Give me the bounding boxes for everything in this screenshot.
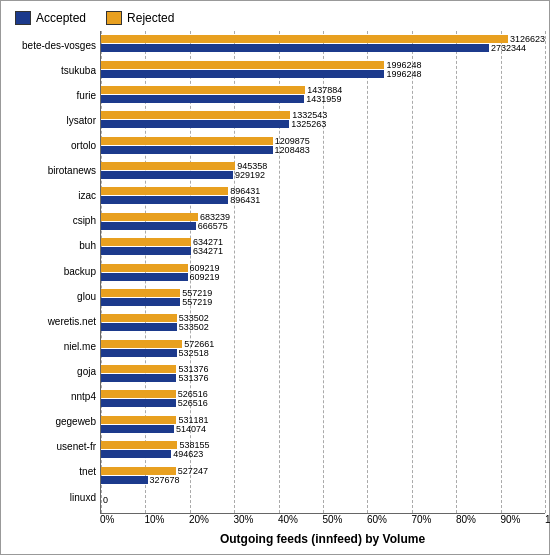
rejected-bar [101,416,176,424]
accepted-value: 532518 [179,348,209,358]
accepted-value: 514074 [176,424,206,434]
rejected-bar-wrap: 945358 [101,162,545,171]
accepted-bar [101,323,177,331]
accepted-bar [101,196,228,204]
rejected-bar [101,187,228,195]
rejected-bar-wrap: 557219 [101,288,545,297]
bar-row: 531376531376 [101,361,545,386]
y-axis-label: buh [5,234,96,259]
rejected-bar-wrap: 531376 [101,365,545,374]
accepted-bar-wrap: 0 [101,496,545,505]
accepted-bar-wrap: 1208483 [101,145,545,154]
accepted-bar [101,222,196,230]
y-axis-label: izac [5,184,96,209]
accepted-bar [101,171,233,179]
rejected-value: 527247 [178,466,208,476]
accepted-bar-wrap: 526516 [101,399,545,408]
accepted-bar [101,425,174,433]
accepted-bar [101,44,489,52]
grid-line [545,31,546,513]
accepted-bar [101,273,188,281]
bar-row: 557219557219 [101,285,545,310]
accepted-bar-wrap: 1996248 [101,69,545,78]
rejected-bar [101,213,198,221]
accepted-bar [101,146,273,154]
bar-pair: 527247327678 [101,466,545,484]
accepted-bar-wrap: 929192 [101,171,545,180]
bar-row: 14378841431959 [101,82,545,107]
accepted-bar-wrap: 557219 [101,297,545,306]
rejected-bar-wrap: 1209875 [101,136,545,145]
accepted-bar [101,247,191,255]
bar-pair: 14378841431959 [101,85,545,103]
legend-accepted-box [15,11,31,25]
bar-row: 945358929192 [101,158,545,183]
y-axis-label: birotanews [5,159,96,184]
accepted-value: 1325263 [291,119,326,129]
bar-pair: 19962481996248 [101,60,545,78]
bar-row: 896431896431 [101,183,545,208]
accepted-bar [101,298,180,306]
rejected-bar [101,289,180,297]
rejected-bar-wrap: 531181 [101,415,545,424]
bar-pair: 896431896431 [101,187,545,205]
accepted-bar [101,70,384,78]
y-axis-label: linuxd [5,485,96,510]
accepted-bar-wrap: 531376 [101,374,545,383]
rejected-bar [101,365,176,373]
rejected-bar [101,264,188,272]
accepted-bar [101,476,148,484]
bar-row: 683239666575 [101,209,545,234]
legend-rejected-box [106,11,122,25]
rejected-bar-wrap: 896431 [101,187,545,196]
y-axis-label: glou [5,284,96,309]
y-axis-label: ortolo [5,133,96,158]
y-axis-label: nntp4 [5,385,96,410]
rejected-bar [101,314,177,322]
chart-container: Accepted Rejected bete-des-vosgestsukuba… [0,0,550,555]
legend-rejected-label: Rejected [127,11,174,25]
y-axis-label: weretis.net [5,309,96,334]
bar-pair: 945358929192 [101,162,545,180]
accepted-bar-wrap: 327678 [101,475,545,484]
accepted-bar-wrap: 494623 [101,450,545,459]
accepted-bar-wrap: 1431959 [101,94,545,103]
accepted-value: 1996248 [386,69,421,79]
rejected-bar-wrap: 683239 [101,212,545,221]
y-axis-label: backup [5,259,96,284]
bar-pair: 13325431325263 [101,111,545,129]
accepted-value: 0 [103,495,108,505]
legend-accepted: Accepted [15,11,86,25]
y-axis-label: tsukuba [5,58,96,83]
y-axis-label: tnet [5,460,96,485]
legend-rejected: Rejected [106,11,174,25]
y-axis-label: csiph [5,209,96,234]
accepted-value: 609219 [190,272,220,282]
bar-pair: 31266232732344 [101,35,545,53]
y-axis-label: niel.me [5,334,96,359]
accepted-bar-wrap: 533502 [101,323,545,332]
bar-pair: 683239666575 [101,212,545,230]
accepted-value: 531376 [178,373,208,383]
legend: Accepted Rejected [5,7,545,31]
accepted-value: 327678 [150,475,180,485]
accepted-bar [101,95,304,103]
bars-area: 3126623273234419962481996248143788414319… [100,31,545,514]
accepted-bar-wrap: 2732344 [101,44,545,53]
bar-row: 526516526516 [101,386,545,411]
rejected-bar [101,35,508,43]
accepted-value: 1208483 [275,145,310,155]
bar-pair: 12098751208483 [101,136,545,154]
accepted-bar-wrap: 666575 [101,221,545,230]
bar-pair: 526516526516 [101,390,545,408]
bar-pair: 572661532518 [101,339,545,357]
bar-pair: 531376531376 [101,365,545,383]
accepted-value: 557219 [182,297,212,307]
rejected-bar [101,467,176,475]
bar-row: 609219609219 [101,259,545,284]
rejected-bar [101,111,290,119]
rejected-bar [101,86,305,94]
accepted-bar [101,399,176,407]
bar-row: 13325431325263 [101,107,545,132]
rejected-bar [101,162,235,170]
